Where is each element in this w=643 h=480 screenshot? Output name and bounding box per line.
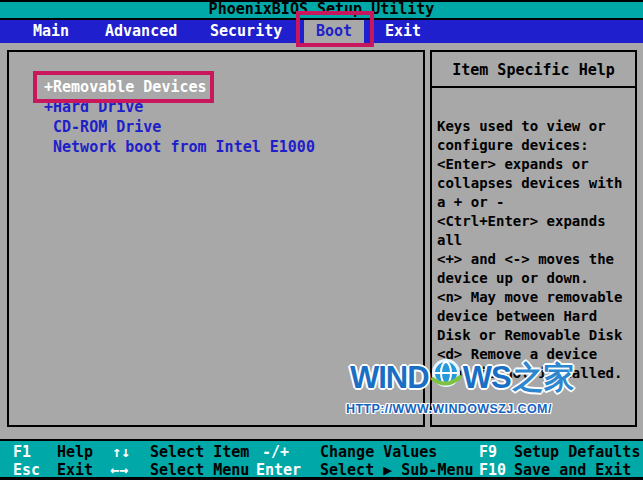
help-line: <Enter> expands or bbox=[437, 155, 633, 174]
tab-main[interactable]: Main bbox=[33, 20, 69, 43]
key-updown-icon: ↑↓ bbox=[112, 443, 130, 461]
help-line: a + or - bbox=[437, 193, 633, 212]
key-f9: F9 bbox=[479, 443, 497, 461]
help-panel-title: Item Specific Help bbox=[432, 52, 635, 88]
key-f9-label: Setup Defaults bbox=[514, 443, 640, 461]
key-esc: Esc bbox=[13, 461, 40, 479]
help-line: device up or down. bbox=[437, 269, 633, 288]
help-line: <n> May move removable bbox=[437, 288, 633, 307]
key-f1: F1 bbox=[13, 443, 31, 461]
tab-security[interactable]: Security bbox=[210, 20, 282, 43]
bios-setup-screen: PhoenixBIOS Setup Utility Main Advanced … bbox=[0, 0, 643, 480]
watermark-logo-text-1: WIND bbox=[350, 360, 429, 396]
key-leftright-label: Select Menu bbox=[150, 461, 249, 479]
key-leftright-icon: ←→ bbox=[110, 461, 128, 479]
key-updown-label: Select Item bbox=[150, 443, 249, 461]
help-text: Keys used to view orconfigure devices:<E… bbox=[432, 88, 635, 383]
window-title: PhoenixBIOS Setup Utility bbox=[0, 0, 643, 20]
help-line: <+> and <-> moves the bbox=[437, 250, 633, 269]
help-line: device between Hard bbox=[437, 307, 633, 326]
key-f10-label: Save and Exit bbox=[514, 461, 631, 479]
boot-item-removable-devices[interactable]: +Removable Devices bbox=[44, 79, 423, 99]
help-line: collapses devices with bbox=[437, 174, 633, 193]
tab-exit[interactable]: Exit bbox=[385, 20, 421, 43]
globe-icon bbox=[430, 358, 462, 398]
watermark-logo-text-cn: 之家 bbox=[513, 357, 575, 399]
watermark-url: HTTP://WWW.WINDOWSZJ.COM/ bbox=[346, 402, 640, 416]
help-line: all bbox=[437, 231, 633, 250]
help-line: <Ctrl+Enter> expands bbox=[437, 212, 633, 231]
watermark: WIND WS 之家 HTTP://WWW.WINDOWSZJ.COM/ bbox=[344, 357, 640, 416]
boot-item-hard-drive[interactable]: +Hard Drive bbox=[44, 99, 423, 119]
help-line: Keys used to view or bbox=[437, 117, 633, 136]
key-esc-label: Exit bbox=[57, 461, 93, 479]
key-minusplus-label: Change Values bbox=[320, 443, 437, 461]
key-enter: Enter bbox=[256, 461, 301, 479]
key-f1-label: Help bbox=[57, 443, 93, 461]
boot-item-cdrom-drive[interactable]: CD-ROM Drive bbox=[44, 119, 423, 139]
key-minusplus: -/+ bbox=[262, 443, 289, 461]
watermark-logo: WIND WS 之家 bbox=[350, 357, 640, 399]
tab-advanced[interactable]: Advanced bbox=[105, 20, 177, 43]
help-line: configure devices: bbox=[437, 136, 633, 155]
key-enter-label: Select ▶ Sub-Menu bbox=[320, 461, 474, 479]
help-line: Disk or Removable Disk bbox=[437, 326, 633, 345]
tab-boot[interactable]: Boot bbox=[304, 20, 364, 43]
key-f10: F10 bbox=[479, 461, 506, 479]
key-legend-bar: F1 Help ↑↓ Select Item -/+ Change Values… bbox=[0, 439, 643, 480]
boot-item-network-boot[interactable]: Network boot from Intel E1000 bbox=[44, 139, 423, 159]
boot-device-list: +Removable Devices +Hard Drive CD-ROM Dr… bbox=[9, 52, 423, 159]
menu-bar: Main Advanced Security Boot Exit bbox=[0, 20, 643, 43]
watermark-logo-text-2: WS bbox=[463, 360, 511, 396]
